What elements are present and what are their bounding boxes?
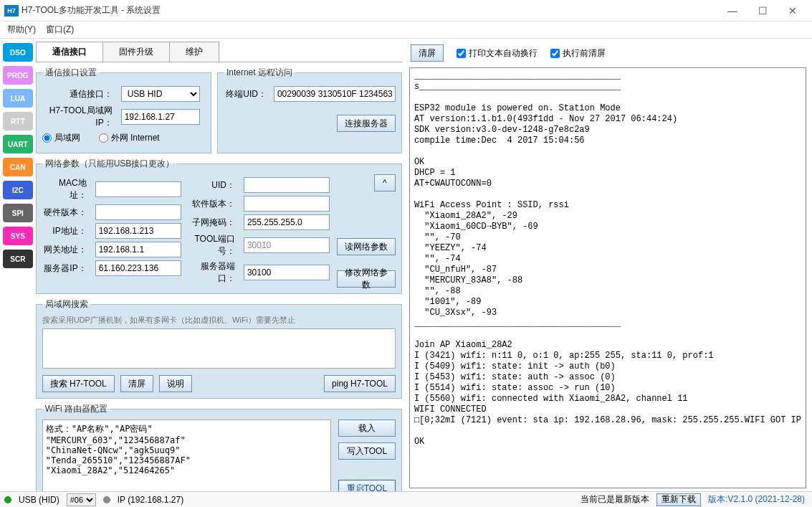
group-comm-settings: 通信接口设置 通信接口： USB HID H7-TOOL局域网IP： 局域网 外… bbox=[36, 67, 211, 153]
port-label: TOOL端口号： bbox=[188, 233, 239, 257]
sidebar-uart[interactable]: UART bbox=[3, 135, 33, 153]
mac-label: MAC地址： bbox=[42, 177, 91, 202]
group-net-params: 网络参数（只能用USB接口更改） MAC地址： 硬件版本： IP地址： 网关地址… bbox=[36, 158, 402, 294]
minimize-button[interactable]: — bbox=[717, 1, 747, 21]
menu-window[interactable]: 窗口(Z) bbox=[46, 24, 74, 36]
log-output[interactable]: ________________________________________… bbox=[409, 67, 806, 488]
sidebar-spi[interactable]: SPI bbox=[3, 204, 33, 222]
group-internet: Internet 远程访问 终端UID： 连接服务器 bbox=[217, 67, 402, 153]
read-net-button[interactable]: 读网络参数 bbox=[337, 238, 396, 255]
usb-status-dot bbox=[4, 496, 11, 503]
wifi-reboot-button[interactable]: 重启TOOL bbox=[338, 480, 396, 491]
clear-log-button[interactable]: 清屏 bbox=[411, 44, 444, 62]
srvport-label: 服务器端口： bbox=[188, 260, 239, 285]
ip-label: IP (192.168.1.27) bbox=[118, 495, 184, 505]
write-net-button[interactable]: 修改网络参数 bbox=[337, 270, 396, 288]
wifi-load-button[interactable]: 载入 bbox=[338, 420, 396, 437]
wifi-config-textarea[interactable]: 格式："AP名称","AP密码" "MERCURY_603","12345688… bbox=[42, 420, 331, 491]
internet-legend: Internet 远程访问 bbox=[224, 67, 295, 79]
app-icon: H7 bbox=[4, 5, 19, 16]
lan-search-hint: 搜索采用UDP广播机制，如果有多网卡（比如虚拟机、WiFi）需要先禁止 bbox=[42, 315, 396, 326]
usb-label: USB (HID) bbox=[19, 495, 59, 505]
gw-input[interactable] bbox=[95, 242, 181, 257]
lanip-input[interactable] bbox=[121, 109, 200, 125]
ip-label: IP地址： bbox=[42, 225, 91, 237]
tab-comm[interactable]: 通信接口 bbox=[36, 42, 103, 62]
sidebar-sys[interactable]: SYS bbox=[3, 227, 33, 245]
redownload-button[interactable]: 重新下载 bbox=[656, 493, 701, 506]
tabs: 通信接口 固件升级 维护 bbox=[36, 42, 402, 62]
titlebar: H7 H7-TOOL多功能开发工具 - 系统设置 — ☐ ✕ bbox=[0, 0, 812, 22]
sidebar-can[interactable]: CAN bbox=[3, 158, 33, 176]
sidebar-prog[interactable]: PROG bbox=[3, 66, 33, 85]
radio-wan[interactable]: 外网 Internet bbox=[99, 132, 160, 144]
comm-settings-legend: 通信接口设置 bbox=[42, 67, 100, 79]
caret-button[interactable]: ^ bbox=[374, 174, 396, 191]
lan-search-legend: 局域网搜索 bbox=[42, 298, 91, 311]
port-input[interactable] bbox=[244, 237, 330, 253]
iface-label: 通信接口： bbox=[42, 88, 117, 100]
menubar: 帮助(Y) 窗口(Z) bbox=[0, 22, 812, 39]
connect-server-button[interactable]: 连接服务器 bbox=[337, 115, 396, 132]
uid-label: 终端UID： bbox=[224, 88, 269, 100]
latest-version-label: 当前已是最新版本 bbox=[581, 493, 649, 506]
menu-help[interactable]: 帮助(Y) bbox=[7, 24, 36, 36]
mask-label: 子网掩码： bbox=[188, 217, 239, 229]
net-params-legend: 网络参数（只能用USB接口更改） bbox=[42, 158, 178, 170]
ip-status-dot bbox=[103, 496, 110, 503]
maximize-button[interactable]: ☐ bbox=[747, 1, 778, 21]
sidebar-lua[interactable]: LUA bbox=[3, 89, 33, 108]
chk-preclear[interactable]: 执行前清屏 bbox=[550, 47, 606, 60]
note-button[interactable]: 说明 bbox=[159, 375, 192, 392]
close-button[interactable]: ✕ bbox=[778, 1, 808, 21]
hw-label: 硬件版本： bbox=[42, 207, 91, 219]
mac-input[interactable] bbox=[95, 181, 181, 197]
ping-button[interactable]: ping H7-TOOL bbox=[324, 375, 396, 392]
group-wifi-config: WiFi 路由器配置 格式："AP名称","AP密码" "MERCURY_603… bbox=[36, 403, 402, 491]
chk-wrap[interactable]: 打印文本自动换行 bbox=[457, 47, 538, 60]
wifi-legend: WiFi 路由器配置 bbox=[42, 403, 110, 415]
lanip-label: H7-TOOL局域网IP： bbox=[42, 105, 117, 129]
sw-label: 软件版本： bbox=[188, 198, 239, 210]
hw-input[interactable] bbox=[95, 204, 181, 220]
statusbar: USB (HID) #06 IP (192.168.1.27) 当前已是最新版本… bbox=[0, 491, 812, 507]
radio-lan[interactable]: 局域网 bbox=[42, 132, 80, 144]
srv-label: 服务器IP： bbox=[42, 262, 91, 275]
wifi-write-button[interactable]: 写入TOOL bbox=[338, 442, 396, 460]
sidebar: DSO PROG LUA RTT UART CAN I2C SPI SYS SC… bbox=[0, 39, 36, 491]
sidebar-dso[interactable]: DSO bbox=[3, 43, 33, 62]
sw-input[interactable] bbox=[244, 196, 330, 212]
sidebar-scr[interactable]: SCR bbox=[3, 250, 33, 268]
slot-combo[interactable]: #06 bbox=[67, 493, 96, 506]
srvport-input[interactable] bbox=[244, 265, 330, 280]
uid-input[interactable] bbox=[274, 86, 396, 102]
lan-search-output[interactable] bbox=[42, 328, 396, 369]
group-lan-search: 局域网搜索 搜索采用UDP广播机制，如果有多网卡（比如虚拟机、WiFi）需要先禁… bbox=[36, 298, 402, 399]
iface-select[interactable]: USB HID bbox=[121, 86, 200, 102]
mask-input[interactable] bbox=[244, 214, 330, 230]
version-label: 版本:V2.1.0 (2021-12-28) bbox=[708, 493, 805, 506]
gw-label: 网关地址： bbox=[42, 244, 91, 256]
clear-lan-button[interactable]: 清屏 bbox=[120, 375, 153, 392]
uid2-label: UID： bbox=[188, 179, 239, 191]
uid2-input[interactable] bbox=[244, 177, 330, 193]
window-title: H7-TOOL多功能开发工具 - 系统设置 bbox=[22, 4, 717, 16]
srv-input[interactable] bbox=[95, 260, 181, 276]
sidebar-rtt[interactable]: RTT bbox=[3, 112, 33, 131]
tab-fwup[interactable]: 固件升级 bbox=[102, 42, 170, 62]
search-button[interactable]: 搜索 H7-TOOL bbox=[42, 375, 115, 392]
tab-maint[interactable]: 维护 bbox=[169, 42, 219, 62]
ip-input[interactable] bbox=[95, 223, 181, 239]
sidebar-i2c[interactable]: I2C bbox=[3, 181, 33, 199]
